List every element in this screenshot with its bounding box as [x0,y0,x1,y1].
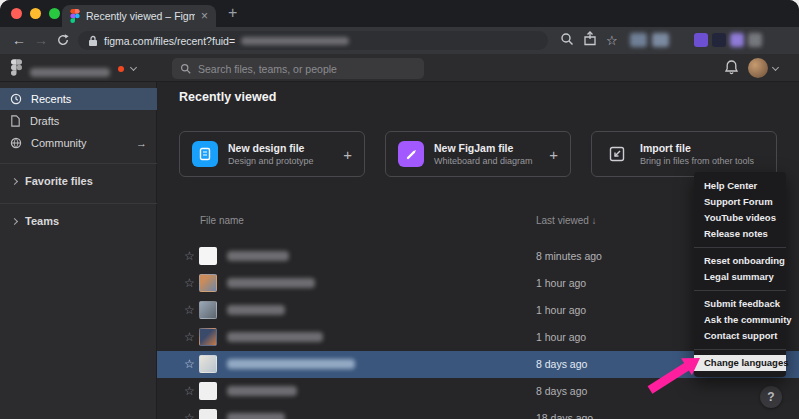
share-icon[interactable] [583,31,597,46]
traffic-lights [11,8,60,19]
user-avatar[interactable] [748,58,768,78]
extension-icon[interactable] [652,33,669,47]
tab-title: Recently viewed – Figma [86,10,195,22]
favorite-star-icon[interactable]: ☆ [184,297,195,324]
close-window-button[interactable] [11,8,22,19]
file-thumbnail [199,409,217,419]
file-name-redacted [227,251,289,261]
close-tab-icon[interactable]: × [201,10,208,22]
extension-icon[interactable] [630,33,647,47]
favorite-star-icon[interactable]: ☆ [184,270,195,297]
sidebar-item-label: Community [31,137,127,149]
url-redacted-segment [241,37,349,45]
browser-window: Recently viewed – Figma × + ← → figma.co… [0,0,799,419]
file-name-redacted [227,386,297,396]
menu-item-reset-onboarding[interactable]: Reset onboarding [694,253,786,269]
file-name-redacted [227,278,315,288]
menu-item-ask-the-community[interactable]: Ask the community [694,312,786,328]
file-name-redacted [227,332,323,342]
card-title: New design file [228,142,333,154]
favorite-star-icon[interactable]: ☆ [184,351,195,378]
notification-dot [118,66,124,72]
forward-button[interactable]: → [34,30,48,50]
extension-icon[interactable] [748,33,762,47]
file-thumbnail [199,382,217,400]
card-subtitle: Bring in files from other tools [640,156,754,166]
account-switcher[interactable] [30,63,110,81]
new-design-file-card[interactable]: New design file Design and prototype + [179,131,365,177]
sidebar-item-label: Recents [31,93,71,105]
file-thumbnail [199,355,217,373]
card-title: New FigJam file [434,142,539,154]
menu-item-contact-support[interactable]: Contact support [694,328,786,344]
help-context-menu: Help Center Support Forum YouTube videos… [694,172,786,377]
search-icon [180,63,191,74]
import-file-card[interactable]: Import file Bring in files from other to… [591,131,777,177]
back-button[interactable]: ← [12,30,26,50]
file-icon [10,115,21,127]
notifications-bell-icon[interactable] [724,59,739,76]
menu-item-submit-feedback[interactable]: Submit feedback [694,296,786,312]
new-figjam-file-card[interactable]: New FigJam file Whiteboard and diagram + [385,131,571,177]
sidebar-item-drafts[interactable]: Drafts [0,110,157,132]
last-viewed-time: 8 days ago [536,378,587,405]
file-thumbnail [199,247,217,265]
favorite-star-icon[interactable]: ☆ [184,243,195,270]
address-bar[interactable]: figma.com/files/recent?fuid= [78,31,548,50]
menu-divider [694,349,786,350]
extension-icon[interactable] [730,33,744,47]
figma-favicon [70,9,80,23]
last-viewed-time: 1 hour ago [536,324,586,351]
last-viewed-time: 1 hour ago [536,297,586,324]
file-row[interactable]: ☆ 18 days ago [157,405,799,419]
sidebar-divider [0,163,157,164]
menu-item-youtube-videos[interactable]: YouTube videos [694,210,786,226]
minimize-window-button[interactable] [30,8,41,19]
plus-icon[interactable]: + [549,146,558,163]
file-thumbnail [199,274,217,292]
favorite-star-icon[interactable]: ☆ [184,324,195,351]
last-viewed-time: 8 minutes ago [536,243,602,270]
design-file-icon [192,141,218,167]
favorite-star-icon[interactable]: ☆ [184,378,195,405]
search-toolbar-icon[interactable] [560,32,574,46]
file-thumbnail [199,328,217,346]
extension-icon[interactable] [712,33,726,47]
sidebar-section-favorite-files[interactable]: Favorite files [0,170,157,192]
sidebar-item-label: Drafts [30,115,59,127]
file-thumbnail [199,301,217,319]
last-viewed-time: 8 days ago [536,351,587,378]
account-name-redacted [30,68,110,77]
chevron-right-icon [11,177,18,184]
sidebar-item-community[interactable]: Community → [0,132,157,154]
page-title: Recently viewed [179,90,276,104]
figjam-file-icon [398,141,424,167]
clock-icon [10,93,22,105]
card-subtitle: Whiteboard and diagram [434,156,539,166]
plus-icon[interactable]: + [343,146,352,163]
favorite-star-icon[interactable]: ☆ [184,405,195,419]
reload-button[interactable] [56,33,70,47]
new-tab-button[interactable]: + [228,4,237,22]
column-header-file-name[interactable]: File name [200,215,244,226]
menu-item-help-center[interactable]: Help Center [694,178,786,194]
column-header-last-viewed[interactable]: Last viewed ↓ [536,215,597,226]
extension-icon[interactable] [694,33,708,47]
help-button[interactable]: ? [760,386,782,408]
card-title: Import file [640,142,754,154]
menu-item-release-notes[interactable]: Release notes [694,226,786,242]
search-bar[interactable] [172,58,424,79]
sidebar-item-recents[interactable]: Recents [0,88,157,110]
menu-divider [694,247,786,248]
menu-item-change-languages[interactable]: Change languages [694,355,786,371]
menu-item-legal-summary[interactable]: Legal summary [694,269,786,285]
sidebar-section-teams[interactable]: Teams [0,210,157,232]
bookmark-star-icon[interactable]: ☆ [606,31,618,51]
maximize-window-button[interactable] [49,8,60,19]
url-text: figma.com/files/recent?fuid= [104,35,235,47]
sidebar-section-label: Favorite files [25,175,93,187]
menu-item-support-forum[interactable]: Support Forum [694,194,786,210]
browser-tab[interactable]: Recently viewed – Figma × [62,5,216,27]
import-file-icon [604,141,630,167]
search-input[interactable] [198,58,418,79]
